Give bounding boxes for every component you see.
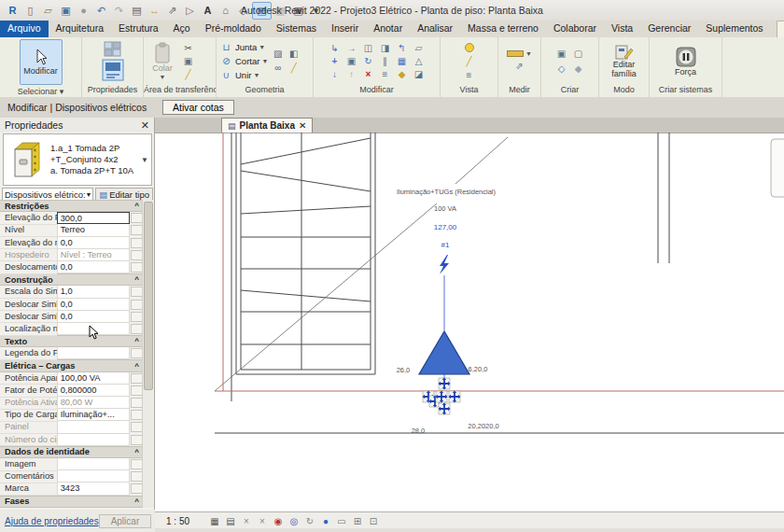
hide-isolate-icon[interactable]: ◉ — [272, 514, 285, 527]
tab-modificar-dispositivos-el-tricos[interactable]: Modificar | Dispositivos elétricos — [777, 21, 784, 37]
modify-button[interactable]: Modificar — [20, 39, 63, 85]
property-section-header[interactable]: Dados de identidade^ — [0, 446, 144, 458]
cut-menu[interactable]: ⊘ Cortar ▼ — [219, 54, 268, 68]
demolish-icon[interactable]: ▨ — [271, 49, 285, 61]
visual-style-icon[interactable]: ▦ — [208, 514, 221, 527]
open-folder-icon[interactable]: ▱ — [39, 3, 57, 19]
crop-x2-icon[interactable]: × — [256, 514, 269, 527]
copy-icon[interactable]: ▣ — [344, 55, 358, 67]
match-type-icon[interactable]: ╱ — [181, 68, 195, 80]
view-tab-planta-baixa[interactable]: ▤ Planta Baixa ✕ — [221, 118, 313, 133]
tab-vista[interactable]: Vista — [604, 21, 640, 37]
dim-bottom-left[interactable]: 28,0 — [412, 427, 426, 435]
reveal-hidden-icon[interactable]: ◎ — [287, 514, 301, 527]
linework-icon[interactable]: ╱ — [462, 55, 476, 67]
move-icon[interactable]: + — [328, 55, 342, 67]
revit-logo-icon[interactable]: R — [4, 3, 21, 19]
split-icon[interactable]: ∥ — [378, 55, 392, 67]
lightbulb-icon[interactable] — [462, 41, 476, 53]
pin-loc-icon[interactable]: ● — [319, 514, 332, 527]
tab-analisar[interactable]: Analisar — [410, 21, 460, 37]
create-parts-icon[interactable]: ◆ — [571, 63, 585, 75]
power-button[interactable]: Força — [675, 39, 697, 83]
edit-line-icon[interactable]: ╱ — [287, 63, 301, 75]
property-value[interactable]: 1,0 — [57, 286, 131, 298]
property-section-header[interactable]: Fases^ — [0, 496, 144, 508]
ruler-icon[interactable] — [507, 50, 524, 57]
type-selector-caret-icon[interactable]: ▼ — [138, 156, 151, 164]
voltage-label[interactable]: 127,00 — [434, 223, 457, 231]
electrical-device-symbol[interactable] — [419, 331, 469, 374]
mirror-axis-icon[interactable]: ◫ — [361, 42, 375, 54]
view-tab-close-icon[interactable]: ✕ — [299, 120, 306, 131]
tab-pr-moldado[interactable]: Pré-moldado — [198, 21, 269, 37]
create-assembly-icon[interactable]: ◇ — [554, 63, 568, 75]
property-value[interactable] — [57, 458, 131, 470]
tag-icon[interactable]: ▷ — [181, 3, 199, 19]
collapse-chevron-icon[interactable]: ^ — [134, 448, 139, 456]
property-value[interactable]: 300,0 — [57, 212, 131, 224]
array-icon[interactable]: ▦ — [395, 55, 409, 67]
measure-caret-icon[interactable]: ▼ — [525, 50, 532, 57]
property-value[interactable] — [57, 470, 131, 483]
tab-suplementos[interactable]: Suplementos — [698, 21, 770, 37]
properties-header[interactable]: Propriedades ✕ — [0, 118, 154, 133]
underlay-icon[interactable]: ≡ — [462, 69, 476, 81]
collapse-chevron-icon[interactable]: ^ — [134, 202, 139, 210]
crop-x-icon[interactable]: × — [240, 514, 253, 527]
property-value[interactable]: 0,0 — [57, 299, 131, 311]
scrollbar-thumb[interactable] — [144, 202, 153, 390]
property-value[interactable]: Iluminação+... — [57, 409, 131, 421]
tab-arquitetura[interactable]: Arquitetura — [49, 21, 111, 37]
tab-gerenciar[interactable]: Gerenciar — [640, 21, 698, 37]
delete-icon[interactable]: × — [361, 68, 375, 80]
tab-anotar[interactable]: Anotar — [366, 21, 410, 37]
circuit-number-label[interactable]: #1 — [441, 241, 450, 249]
offset-icon[interactable]: → — [344, 42, 358, 54]
activate-dimensions-button[interactable]: Ativar cotas — [162, 100, 234, 115]
dim-right[interactable]: 6,20,0 — [469, 365, 488, 373]
mirror-pick-icon[interactable]: ◨ — [378, 42, 392, 54]
detail-level-icon[interactable]: ▤ — [224, 514, 237, 527]
dim-left[interactable]: 26,0 — [397, 366, 411, 374]
dim-bottom[interactable]: 20,2020,0 — [468, 422, 498, 430]
property-value[interactable]: 3423 — [57, 483, 131, 495]
property-value[interactable] — [57, 434, 131, 446]
create-similar-icon[interactable]: ▣ — [554, 48, 568, 60]
properties-help-link[interactable]: Ajuda de propriedades — [5, 516, 99, 526]
panel-label-propriedades[interactable]: Propriedades — [82, 85, 143, 97]
tab-estrutura[interactable]: Estrutura — [111, 21, 166, 37]
constraints-icon[interactable]: ↻ — [303, 514, 316, 527]
cope-icon[interactable]: ▱ — [412, 42, 426, 54]
undo-icon[interactable]: ↶ — [92, 3, 110, 19]
create-group-icon[interactable]: ▢ — [571, 48, 585, 60]
move-widget[interactable] — [423, 378, 461, 415]
property-section-header[interactable]: Texto^ — [0, 335, 144, 347]
measure-line-icon[interactable]: ⇗ — [512, 60, 526, 72]
render-icon[interactable]: ● — [75, 3, 92, 19]
tab-a-o[interactable]: Aço — [166, 21, 198, 37]
new-doc-icon[interactable]: ▯ — [21, 3, 39, 19]
property-section-header[interactable]: Construção^ — [0, 273, 144, 286]
link-icon[interactable]: ∞ — [271, 63, 285, 75]
cut-icon[interactable]: ✂ — [181, 42, 195, 54]
crop-region-icon[interactable]: ⊞ — [351, 514, 364, 527]
print-icon[interactable]: ▤ — [128, 3, 146, 19]
modify-dimension-icon[interactable]: ↔ — [146, 3, 163, 19]
text-note-icon[interactable]: A — [199, 3, 217, 19]
property-value[interactable]: Nível : Terreo — [57, 249, 131, 261]
collapse-chevron-icon[interactable]: ^ — [134, 337, 139, 345]
property-section-header[interactable]: Restrições^ — [0, 200, 144, 212]
property-value[interactable]: 0,800000 — [57, 385, 131, 397]
apply-button[interactable]: Aplicar — [99, 514, 152, 528]
redo-icon[interactable]: ↷ — [110, 3, 128, 19]
unpin-icon[interactable]: ↑ — [344, 68, 358, 80]
type-selector[interactable]: 1.a_1 Tomada 2P +T_Conjunto 4x2 a. Tomad… — [3, 133, 152, 186]
properties-icon[interactable] — [101, 41, 125, 82]
property-value[interactable]: Terreo — [57, 224, 131, 236]
tab-sistemas[interactable]: Sistemas — [269, 21, 324, 37]
tab-arquivo[interactable]: Arquivo — [0, 21, 49, 37]
tab-inserir[interactable]: Inserir — [324, 21, 366, 37]
drawing-area[interactable]: ▤ Planta Baixa ✕ — [155, 118, 784, 532]
property-value[interactable]: 80,00 W — [57, 397, 131, 409]
